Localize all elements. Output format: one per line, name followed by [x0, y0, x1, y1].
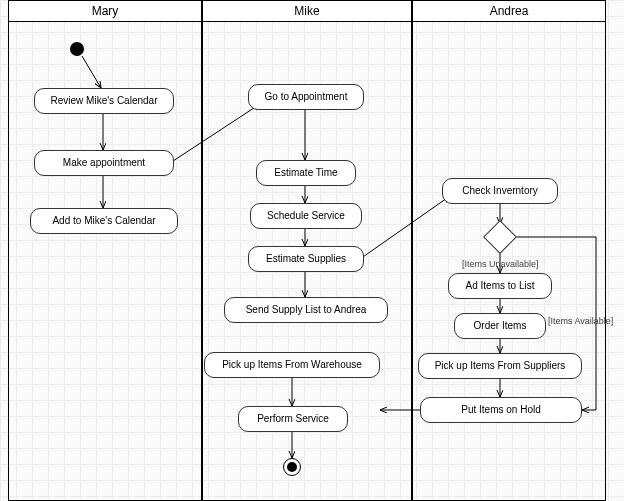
lane-header-mike: Mike: [202, 0, 412, 22]
activity-put-items-on-hold: Put Items on Hold: [420, 397, 582, 423]
activity-go-to-appointment: Go to Appointment: [248, 84, 364, 110]
activity-pickup-warehouse: Pick up Items From Warehouse: [204, 352, 380, 378]
activity-add-items-to-list: Ad Items to List: [448, 273, 552, 299]
activity-add-to-calendar: Add to Mike's Calendar: [30, 208, 178, 234]
activity-label: Pick up Items From Warehouse: [222, 359, 362, 371]
activity-estimate-supplies: Estimate Supplies: [248, 246, 364, 272]
activity-schedule-service: Schedule Service: [250, 203, 362, 229]
activity-label: Schedule Service: [267, 210, 345, 222]
activity-label: Add to Mike's Calendar: [52, 215, 155, 227]
activity-label: Ad Items to List: [466, 280, 535, 292]
activity-label: Review Mike's Calendar: [51, 95, 158, 107]
guard-unavailable: [Items Unavailable]: [462, 259, 539, 269]
activity-perform-service: Perform Service: [238, 406, 348, 432]
activity-order-items: Order Items: [454, 313, 546, 339]
guard-available: [Items Available]: [548, 316, 613, 326]
lane-header-andrea: Andrea: [412, 0, 606, 22]
initial-node: [70, 42, 84, 56]
lane-label: Mike: [294, 4, 319, 18]
activity-send-supply-list: Send Supply List to Andrea: [224, 297, 388, 323]
activity-pickup-suppliers: Pick up Items From Suppliers: [418, 353, 582, 379]
activity-label: Perform Service: [257, 413, 329, 425]
activity-label: Go to Appointment: [265, 91, 348, 103]
final-node: [283, 458, 301, 476]
lane-header-mary: Mary: [8, 0, 202, 22]
activity-check-inventory: Check Inverntory: [442, 178, 558, 204]
activity-label: Estimate Time: [274, 167, 337, 179]
activity-label: Put Items on Hold: [461, 404, 540, 416]
activity-make-appointment: Make appointment: [34, 150, 174, 176]
activity-label: Send Supply List to Andrea: [246, 304, 367, 316]
activity-label: Check Inverntory: [462, 185, 538, 197]
lane-label: Andrea: [490, 4, 529, 18]
activity-estimate-time: Estimate Time: [256, 160, 356, 186]
activity-label: Order Items: [474, 320, 527, 332]
final-node-dot: [287, 462, 297, 472]
activity-label: Pick up Items From Suppliers: [435, 360, 566, 372]
lane-label: Mary: [92, 4, 119, 18]
activity-label: Estimate Supplies: [266, 253, 346, 265]
diagram-canvas: Mary Mike Andrea: [0, 0, 624, 501]
activity-label: Make appointment: [63, 157, 145, 169]
activity-review-calendar: Review Mike's Calendar: [34, 88, 174, 114]
